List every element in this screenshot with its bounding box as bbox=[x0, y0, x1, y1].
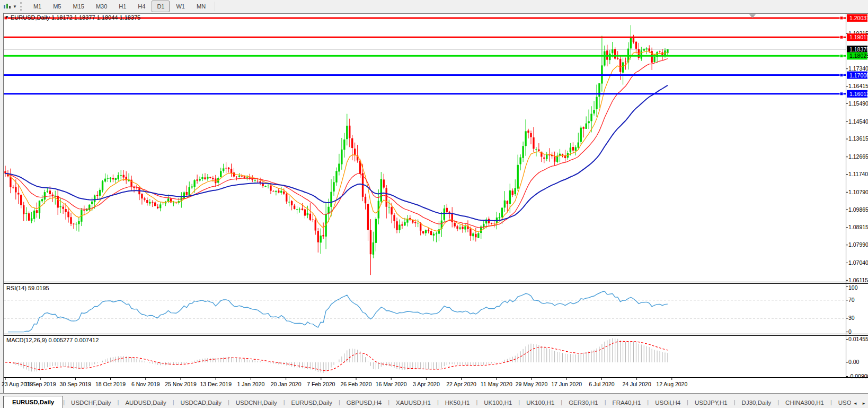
x-axis-label: 26 Feb 2020 bbox=[341, 381, 372, 387]
tab-scroll-right-button[interactable]: ▸ bbox=[860, 398, 868, 408]
price-axis-label: 1.14540 bbox=[848, 118, 868, 125]
x-axis-label: 22 Apr 2020 bbox=[446, 381, 476, 387]
rsi-line bbox=[8, 291, 668, 332]
level-handle[interactable] bbox=[840, 54, 843, 57]
tab-xauusd-h1[interactable]: XAUUSD,H1 bbox=[389, 397, 437, 408]
level-handle[interactable] bbox=[840, 74, 843, 77]
x-axis-label: 11 Sep 2019 bbox=[25, 381, 56, 387]
price-axis-label: 1.13615 bbox=[848, 135, 868, 142]
tab-uk100-h1[interactable]: UK100,H1 bbox=[477, 397, 518, 408]
price-level-badge-label: 1.18025 bbox=[849, 53, 868, 59]
macd-axis-label: -0.00900 bbox=[848, 373, 868, 379]
tab-hk50-h1[interactable]: HK50,H1 bbox=[439, 397, 476, 408]
price-axis-label: 1.16415 bbox=[848, 83, 868, 89]
price-level-badge-label: 1.17005 bbox=[849, 72, 868, 79]
tab-ger30-h1[interactable]: GER30,H1 bbox=[562, 397, 605, 408]
x-axis-label: 30 Sep 2019 bbox=[60, 381, 92, 387]
price-axis-label: 1.09865 bbox=[848, 206, 868, 213]
level-handle[interactable] bbox=[840, 92, 843, 96]
x-axis-label: 18 Oct 2019 bbox=[95, 381, 126, 387]
price-level-badge-label: 1.19017 bbox=[849, 34, 868, 40]
x-axis-label: 29 May 2020 bbox=[516, 381, 548, 387]
macd-indicator-label: MACD(12,26,9) 0.005277 0.007412 bbox=[6, 337, 99, 343]
tab-fra40-h1[interactable]: FRA40,H1 bbox=[606, 397, 648, 408]
macd-axis-label: 0.014556 bbox=[848, 336, 868, 342]
tab-usoil-h1[interactable]: USOil,H1 bbox=[832, 397, 851, 408]
tab-audusd-daily[interactable]: AUDUSD,Daily bbox=[119, 397, 172, 408]
tab-china300-h1[interactable]: CHINA300,H1 bbox=[779, 397, 830, 408]
level-handle[interactable] bbox=[840, 36, 843, 39]
tab-usdcnh-daily[interactable]: USDCNH,Daily bbox=[229, 397, 284, 408]
x-axis-label: 17 Jun 2020 bbox=[551, 381, 582, 387]
price-axis-label: 1.10790 bbox=[848, 189, 868, 195]
tab-eurusd-daily[interactable]: EURUSD,Daily bbox=[285, 397, 339, 408]
tab-scroll-left-button[interactable]: ◂ bbox=[851, 398, 860, 408]
level-handle[interactable] bbox=[840, 16, 843, 20]
tab-uk100-h1[interactable]: UK100,H1 bbox=[520, 397, 561, 408]
price-axis-label: 1.07990 bbox=[848, 241, 868, 248]
rsi-axis-label: 0 bbox=[848, 328, 852, 335]
chart-tab-bar: EURUSD,Daily|USDCHF,Daily|AUDUSD,Daily|U… bbox=[0, 393, 868, 408]
chart-menu-caret-icon[interactable]: ▼ bbox=[5, 15, 9, 20]
x-axis-label: 16 Mar 2020 bbox=[376, 381, 407, 387]
rsi-indicator-label: RSI(14) 59.0195 bbox=[6, 285, 49, 291]
chart-canvas: 1.192151.173401.164151.154901.145401.136… bbox=[0, 0, 868, 408]
tab-dj30-daily[interactable]: DJ30,Daily bbox=[736, 397, 778, 408]
price-axis-label: 1.08915 bbox=[848, 224, 868, 230]
x-axis-label: 13 Dec 2019 bbox=[200, 381, 232, 387]
tab-usoil-h4[interactable]: USOil,H4 bbox=[649, 397, 687, 408]
ma-medium-line bbox=[5, 59, 668, 228]
x-axis-label: 3 Apr 2020 bbox=[413, 381, 440, 387]
price-level-badge-label: 1.18375 bbox=[849, 46, 868, 53]
x-axis-label: 11 May 2020 bbox=[481, 381, 512, 387]
price-axis-label: 1.06115 bbox=[848, 277, 868, 283]
macd-signal-line bbox=[5, 341, 668, 370]
x-axis-label: 7 Feb 2020 bbox=[307, 381, 335, 387]
tab-gbpusd-h4[interactable]: GBPUSD,H4 bbox=[340, 397, 388, 408]
price-axis-label: 1.11740 bbox=[848, 171, 868, 177]
price-axis-label: 1.07040 bbox=[848, 259, 868, 266]
chart-tabs: EURUSD,Daily|USDCHF,Daily|AUDUSD,Daily|U… bbox=[0, 394, 851, 408]
chart-title: EURUSD,Daily 1.18172 1.18377 1.18044 1.1… bbox=[11, 14, 140, 21]
x-axis-label: 20 Jan 2020 bbox=[271, 381, 302, 387]
x-axis-label: 25 Nov 2019 bbox=[165, 381, 197, 387]
macd-axis-label: 0.00 bbox=[848, 359, 860, 365]
tab-usdjpy-h1[interactable]: USDJPY,H1 bbox=[688, 397, 734, 408]
candlestick-series bbox=[4, 25, 668, 275]
price-axis-label: 1.17340 bbox=[848, 65, 868, 72]
price-level-badge-label: 1.16013 bbox=[849, 91, 868, 97]
rsi-axis-label: 30 bbox=[848, 315, 855, 321]
x-axis-label: 6 Nov 2019 bbox=[131, 381, 160, 387]
price-axis-label: 1.12665 bbox=[848, 153, 868, 160]
x-axis-label: 6 Jul 2020 bbox=[589, 381, 615, 387]
x-axis-label: 1 Jan 2020 bbox=[237, 381, 264, 387]
x-axis-label: 24 Jul 2020 bbox=[622, 381, 651, 387]
price-level-badge-label: 1.20037 bbox=[849, 15, 868, 21]
tab-eurusd-daily[interactable]: EURUSD,Daily bbox=[3, 396, 63, 408]
rsi-axis-label: 100 bbox=[848, 284, 858, 291]
tab-usdchf-daily[interactable]: USDCHF,Daily bbox=[65, 397, 117, 408]
tab-usdcad-daily[interactable]: USDCAD,Daily bbox=[174, 397, 228, 408]
price-axis-label: 1.15490 bbox=[848, 100, 868, 107]
macd-histogram bbox=[5, 338, 668, 373]
rsi-axis-label: 70 bbox=[848, 297, 855, 303]
x-axis-label: 12 Aug 2020 bbox=[656, 381, 687, 387]
